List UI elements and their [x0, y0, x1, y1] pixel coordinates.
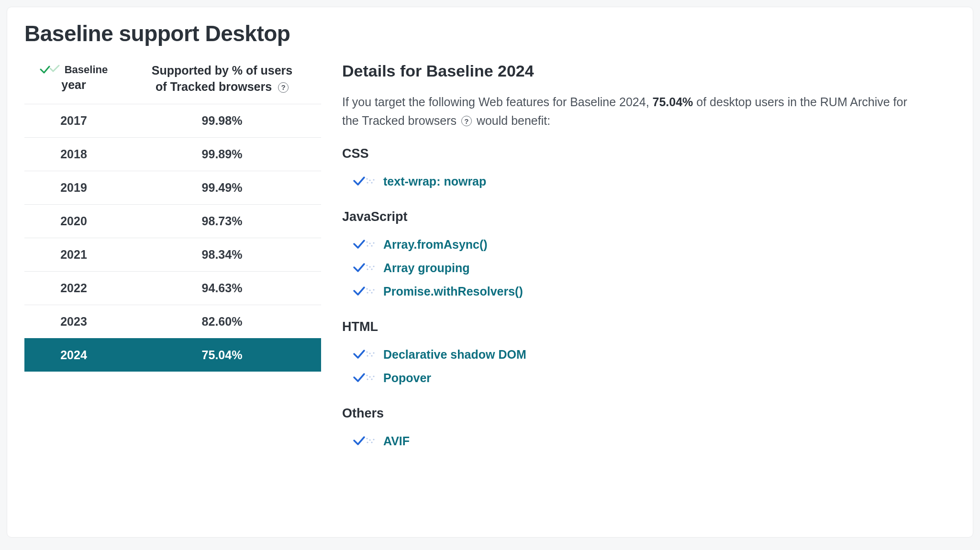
svg-point-29 [373, 375, 374, 377]
year-cell: 2023 [24, 305, 123, 338]
table-row[interactable]: 202198.34% [24, 238, 321, 271]
svg-point-22 [367, 355, 368, 356]
svg-point-18 [371, 292, 372, 293]
svg-point-26 [369, 376, 370, 377]
feature-category-heading: HTML [342, 319, 935, 334]
col-header-pct-line1: Supported by % of users [152, 63, 292, 79]
feature-link[interactable]: Array.fromAsync() [383, 238, 488, 252]
feature-list: text-wrap: nowrap [342, 170, 935, 193]
baseline-feature-icon [353, 175, 376, 187]
svg-point-11 [369, 266, 370, 267]
table-row[interactable]: 201899.89% [24, 137, 321, 171]
baseline-logo-text: Baseline [65, 63, 108, 77]
year-cell: 2019 [24, 171, 123, 204]
support-table-container: Baseline year Supported by % of users of… [24, 60, 321, 453]
year-cell: 2024 [24, 338, 123, 372]
details-description: If you target the following Web features… [342, 93, 916, 130]
svg-point-3 [371, 182, 372, 183]
col-header-year-label: year [61, 77, 86, 93]
baseline-feature-icon [353, 238, 376, 251]
svg-point-33 [371, 441, 372, 443]
baseline-feature-icon [353, 435, 376, 447]
pct-cell: 82.60% [123, 305, 321, 338]
pct-cell: 98.34% [123, 238, 321, 271]
svg-point-12 [367, 268, 368, 270]
list-item: Array grouping [353, 256, 935, 280]
svg-point-10 [366, 264, 368, 266]
svg-point-21 [369, 352, 370, 354]
details-heading: Details for Baseline 2024 [342, 62, 935, 80]
svg-point-34 [373, 439, 374, 440]
baseline-check-icon [40, 65, 61, 75]
svg-point-31 [369, 439, 370, 440]
svg-point-27 [367, 378, 368, 380]
pct-cell: 99.49% [123, 171, 321, 204]
year-cell: 2017 [24, 104, 123, 137]
list-item: Popover [353, 366, 935, 390]
feature-category-heading: Others [342, 406, 935, 421]
list-item: Promise.withResolvers() [353, 280, 935, 303]
table-row[interactable]: 202294.63% [24, 271, 321, 305]
pct-cell: 99.89% [123, 137, 321, 171]
feature-link[interactable]: text-wrap: nowrap [383, 175, 486, 188]
table-row[interactable]: 201999.49% [24, 171, 321, 204]
svg-point-9 [373, 242, 374, 243]
pct-cell: 99.98% [123, 104, 321, 137]
details-desc-pct: 75.04% [653, 95, 693, 109]
baseline-support-card: Baseline support Desktop [7, 7, 973, 538]
col-header-year: Baseline year [24, 60, 123, 104]
baseline-feature-icon [353, 348, 376, 361]
year-cell: 2018 [24, 137, 123, 171]
pct-cell: 75.04% [123, 338, 321, 372]
col-header-pct-line2: of Tracked browsers [156, 80, 272, 93]
details-desc-post: would benefit: [473, 114, 550, 127]
feature-link[interactable]: Declarative shadow DOM [383, 348, 526, 362]
list-item: text-wrap: nowrap [353, 170, 935, 193]
feature-list: Array.fromAsync()Array groupingPromise.w… [342, 233, 935, 303]
table-row[interactable]: 202098.73% [24, 204, 321, 238]
svg-point-24 [373, 352, 374, 353]
svg-point-17 [367, 292, 368, 293]
table-row[interactable]: 202475.04% [24, 338, 321, 372]
year-cell: 2021 [24, 238, 123, 271]
feature-link[interactable]: Promise.withResolvers() [383, 285, 523, 298]
svg-point-6 [369, 242, 370, 244]
list-item: Array.fromAsync() [353, 233, 935, 256]
baseline-feature-icon [353, 372, 376, 384]
feature-link[interactable]: Array grouping [383, 261, 470, 275]
svg-point-19 [373, 289, 374, 290]
svg-point-20 [366, 351, 368, 352]
table-row[interactable]: 202382.60% [24, 305, 321, 338]
svg-point-28 [371, 378, 372, 380]
year-cell: 2022 [24, 271, 123, 305]
help-icon[interactable]: ? [278, 82, 289, 93]
list-item: AVIF [353, 429, 935, 453]
pct-cell: 98.73% [123, 204, 321, 238]
svg-point-13 [371, 268, 372, 270]
table-row[interactable]: 201799.98% [24, 104, 321, 137]
feature-category-heading: CSS [342, 146, 935, 161]
svg-point-1 [369, 179, 370, 181]
svg-point-5 [366, 241, 368, 242]
list-item: Declarative shadow DOM [353, 343, 935, 366]
svg-point-7 [367, 245, 368, 246]
svg-point-15 [366, 288, 368, 289]
feature-list: Declarative shadow DOMPopover [342, 343, 935, 390]
col-header-pct: Supported by % of users of Tracked brows… [123, 60, 321, 104]
help-icon[interactable]: ? [461, 116, 472, 126]
pct-cell: 94.63% [123, 271, 321, 305]
details-desc-pre: If you target the following Web features… [342, 95, 653, 109]
content-layout: Baseline year Supported by % of users of… [24, 60, 956, 453]
svg-point-16 [369, 289, 370, 291]
feature-link[interactable]: AVIF [383, 434, 410, 448]
feature-link[interactable]: Popover [383, 371, 431, 385]
svg-point-2 [367, 182, 368, 183]
svg-point-23 [371, 355, 372, 356]
feature-list: AVIF [342, 429, 935, 453]
baseline-feature-icon [353, 285, 376, 297]
baseline-feature-icon [353, 262, 376, 274]
svg-point-4 [373, 179, 374, 180]
svg-point-30 [366, 438, 368, 439]
support-table: Baseline year Supported by % of users of… [24, 60, 321, 372]
svg-point-25 [366, 374, 368, 376]
